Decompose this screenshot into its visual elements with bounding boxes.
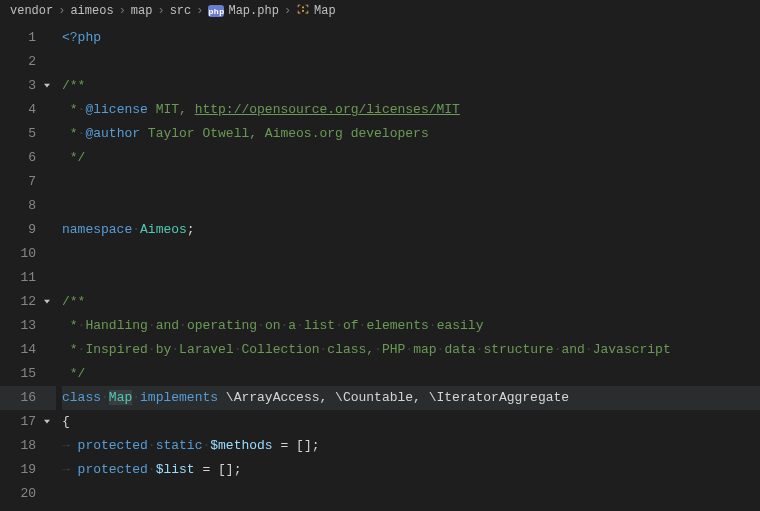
chevron-right-icon: › <box>157 4 164 18</box>
line-number: 1 <box>12 26 36 50</box>
crumb-src[interactable]: src <box>170 4 192 18</box>
line-number: 9 <box>12 218 36 242</box>
fold-icon[interactable] <box>41 74 53 98</box>
line-number: 18 <box>12 434 36 458</box>
code-line[interactable] <box>62 170 760 194</box>
fold-icon[interactable] <box>41 290 53 314</box>
code-line[interactable]: /** <box>62 290 760 314</box>
code-line[interactable] <box>62 482 760 506</box>
line-number: 15 <box>12 362 36 386</box>
code-line[interactable]: <?php <box>62 26 760 50</box>
line-number: 6 <box>12 146 36 170</box>
chevron-right-icon: › <box>284 4 291 18</box>
line-number: 21 <box>12 506 36 511</box>
code-line[interactable]: { <box>62 410 760 434</box>
code-line[interactable] <box>62 194 760 218</box>
code-line[interactable] <box>62 266 760 290</box>
code-line[interactable] <box>62 50 760 74</box>
code-line[interactable]: */ <box>62 362 760 386</box>
breadcrumb: vendor › aimeos › map › src › php Map.ph… <box>0 0 760 22</box>
crumb-vendor[interactable]: vendor <box>10 4 53 18</box>
crumb-symbol-label: Map <box>314 4 336 18</box>
code-line[interactable]: *·Handling·and·operating·on·a·list·of·el… <box>62 314 760 338</box>
line-number: 13 <box>12 314 36 338</box>
line-number: 19 <box>12 458 36 482</box>
code-line[interactable]: *·@license MIT, http://opensource.org/li… <box>62 98 760 122</box>
code-line[interactable] <box>62 242 760 266</box>
line-number: 14 <box>12 338 36 362</box>
crumb-aimeos[interactable]: aimeos <box>70 4 113 18</box>
code-line[interactable]: *·@author Taylor Otwell, Aimeos.org deve… <box>62 122 760 146</box>
line-number: 3 <box>12 74 36 98</box>
line-number: 5 <box>12 122 36 146</box>
crumb-map[interactable]: map <box>131 4 153 18</box>
line-number: 11 <box>12 266 36 290</box>
line-gutter: 1 2 3 4 5 6 7 8 9 10 11 12 13 14 15 16 1… <box>0 22 56 511</box>
line-number: 12 <box>12 290 36 314</box>
code-line[interactable]: *·Inspired·by·Laravel·Collection·class,·… <box>62 338 760 362</box>
code-line[interactable]: → protected·static·$methods = []; <box>62 434 760 458</box>
fold-icon[interactable] <box>41 410 53 434</box>
chevron-right-icon: › <box>58 4 65 18</box>
code-area[interactable]: <?php /** *·@license MIT, http://opensou… <box>56 22 760 511</box>
symbol-class-icon <box>296 2 310 20</box>
crumb-file[interactable]: php Map.php <box>208 4 278 18</box>
line-number: 4 <box>12 98 36 122</box>
code-line[interactable] <box>62 506 760 511</box>
code-line[interactable]: /** <box>62 74 760 98</box>
crumb-file-label: Map.php <box>228 4 278 18</box>
code-line[interactable]: class·Map·implements \ArrayAccess, \Coun… <box>62 386 760 410</box>
chevron-right-icon: › <box>119 4 126 18</box>
line-number: 8 <box>12 194 36 218</box>
chevron-right-icon: › <box>196 4 203 18</box>
line-number: 16 <box>12 386 36 410</box>
code-line[interactable]: → protected·$list = []; <box>62 458 760 482</box>
line-number: 10 <box>12 242 36 266</box>
line-number: 7 <box>12 170 36 194</box>
line-number: 20 <box>12 482 36 506</box>
line-number: 2 <box>12 50 36 74</box>
code-line[interactable]: */ <box>62 146 760 170</box>
code-line[interactable]: namespace·Aimeos; <box>62 218 760 242</box>
php-file-icon: php <box>208 5 224 17</box>
editor[interactable]: 1 2 3 4 5 6 7 8 9 10 11 12 13 14 15 16 1… <box>0 22 760 511</box>
crumb-symbol[interactable]: Map <box>296 2 336 20</box>
line-number: 17 <box>12 410 36 434</box>
